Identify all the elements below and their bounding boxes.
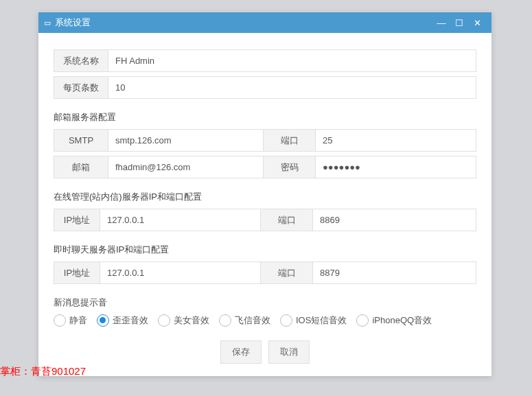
chat-ip-input[interactable] bbox=[107, 268, 253, 278]
radio-icon bbox=[280, 314, 292, 327]
radio-label: 美女音效 bbox=[174, 314, 209, 327]
titlebar: ▭ 系统设置 — ☐ ✕ bbox=[38, 12, 491, 33]
pwd-input-wrap[interactable]: ●●●●●●● bbox=[316, 156, 476, 178]
online-port-input-wrap[interactable] bbox=[313, 209, 476, 231]
save-button[interactable]: 保存 bbox=[220, 340, 262, 364]
radio-label: 静音 bbox=[69, 314, 87, 327]
smtp-port-input[interactable] bbox=[323, 135, 469, 145]
close-button[interactable]: ✕ bbox=[468, 18, 486, 28]
chat-section-title: 即时聊天服务器IP和端口配置 bbox=[54, 244, 476, 256]
settings-window: ▭ 系统设置 — ☐ ✕ 系统名称 每页条数 邮箱服务器配置 SMTP 端口 bbox=[38, 12, 491, 376]
footer-text: 掌柜：青苔901027 bbox=[0, 365, 86, 378]
online-port-label: 端口 bbox=[261, 209, 313, 231]
cancel-button[interactable]: 取消 bbox=[268, 340, 310, 364]
chat-port-input-wrap[interactable] bbox=[313, 261, 476, 284]
radio-icon bbox=[54, 314, 66, 327]
smtp-port-label: 端口 bbox=[264, 129, 316, 152]
sound-radio-beauty[interactable]: 美女音效 bbox=[158, 314, 209, 327]
maximize-button[interactable]: ☐ bbox=[450, 18, 468, 28]
button-row: 保存 取消 bbox=[54, 340, 476, 364]
sound-radio-iphoneqq[interactable]: iPhoneQQ音效 bbox=[356, 314, 432, 327]
radio-label: 歪歪音效 bbox=[113, 314, 148, 327]
sound-radio-ios[interactable]: IOS短信音效 bbox=[280, 314, 347, 327]
sound-radio-feixin[interactable]: 飞信音效 bbox=[219, 314, 270, 327]
chat-port-label: 端口 bbox=[261, 261, 313, 284]
window-icon: ▭ bbox=[44, 19, 51, 27]
smtp-input-wrap[interactable] bbox=[108, 129, 264, 152]
smtp-port-input-wrap[interactable] bbox=[316, 129, 476, 152]
online-ip-input-wrap[interactable] bbox=[100, 209, 261, 231]
radio-icon bbox=[356, 314, 369, 327]
sysname-input-wrap[interactable] bbox=[108, 49, 476, 72]
smtp-input[interactable] bbox=[115, 135, 256, 145]
content-area: 系统名称 每页条数 邮箱服务器配置 SMTP 端口 邮箱 bbox=[38, 33, 491, 376]
pagesize-input[interactable] bbox=[115, 82, 469, 93]
online-ip-input[interactable] bbox=[107, 215, 253, 225]
radio-icon bbox=[219, 314, 231, 327]
pagesize-label: 每页条数 bbox=[54, 76, 108, 99]
window-title: 系统设置 bbox=[55, 16, 91, 29]
pwd-input[interactable]: ●●●●●●● bbox=[323, 162, 360, 172]
chat-ip-input-wrap[interactable] bbox=[100, 261, 261, 284]
pagesize-input-wrap[interactable] bbox=[108, 76, 476, 99]
email-input[interactable] bbox=[115, 162, 256, 172]
email-input-wrap[interactable] bbox=[108, 156, 264, 178]
sysname-input[interactable] bbox=[115, 56, 469, 66]
chat-port-input[interactable] bbox=[320, 268, 469, 278]
sound-section-title: 新消息提示音 bbox=[54, 296, 476, 309]
chat-ip-label: IP地址 bbox=[54, 261, 100, 284]
radio-icon bbox=[158, 314, 170, 327]
radio-label: IOS短信音效 bbox=[296, 314, 347, 327]
sound-radio-group: 静音 歪歪音效 美女音效 飞信音效 IOS短信音效 iPhoneQQ音效 bbox=[54, 314, 476, 327]
sysname-label: 系统名称 bbox=[54, 49, 108, 72]
sound-radio-yy[interactable]: 歪歪音效 bbox=[97, 314, 148, 327]
online-port-input[interactable] bbox=[320, 215, 469, 225]
radio-icon bbox=[97, 314, 109, 327]
minimize-button[interactable]: — bbox=[432, 18, 450, 28]
online-section-title: 在线管理(站内信)服务器IP和端口配置 bbox=[54, 191, 476, 203]
online-ip-label: IP地址 bbox=[54, 209, 100, 231]
pwd-label: 密码 bbox=[264, 156, 316, 178]
smtp-label: SMTP bbox=[54, 129, 108, 152]
email-label: 邮箱 bbox=[54, 156, 108, 178]
sound-radio-mute[interactable]: 静音 bbox=[54, 314, 87, 327]
radio-label: 飞信音效 bbox=[235, 314, 270, 327]
radio-label: iPhoneQQ音效 bbox=[372, 314, 432, 327]
email-section-title: 邮箱服务器配置 bbox=[54, 111, 476, 124]
